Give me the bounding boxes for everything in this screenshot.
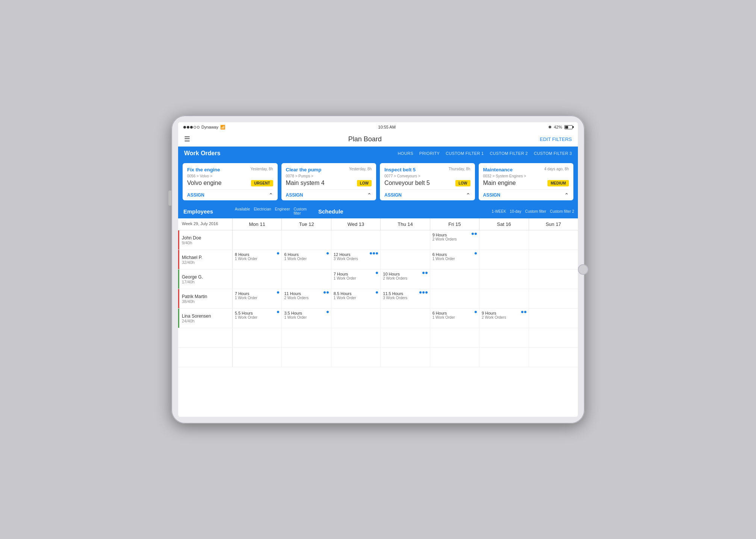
filter-custom2[interactable]: CUSTOM FILTER 2 (490, 151, 528, 156)
data-cell-4-1[interactable]: 3.5 Hours1 Work Order (282, 309, 331, 328)
time-label: 10:55 AM (378, 125, 395, 129)
bluetooth-icon: ✱ (548, 125, 552, 130)
data-cell-1-4[interactable]: 6 Hours1 Work Order (430, 250, 479, 269)
work-orders-title: Work Orders (184, 150, 221, 157)
cell-orders-1-1: 1 Work Order (284, 257, 328, 261)
data-cell-3-3[interactable]: 11.5 Hours3 Work Orders (381, 289, 430, 308)
data-cell-4-4[interactable]: 6 Hours1 Work Order (430, 309, 479, 328)
emp-name-3: Patrik Martin (182, 294, 207, 299)
data-cell-1-0[interactable]: 8 Hours1 Work Order (233, 250, 282, 269)
cell-hours-2-3: 10 Hours (383, 272, 427, 276)
emp-cell-3: Patrik Martin38/40h (178, 289, 233, 308)
assign-btn-0[interactable]: ASSIGN (187, 192, 204, 198)
filter-priority[interactable]: PRIORITY (419, 151, 440, 156)
emp-filter-available[interactable]: Available (235, 207, 250, 215)
cell-dots-3-0 (277, 291, 279, 294)
data-cell-0-5[interactable] (479, 230, 529, 250)
data-cell-1-5[interactable] (479, 250, 529, 269)
wo-title-2: Inspect belt 5 (384, 167, 416, 173)
edit-filters-button[interactable]: EDIT FILTERS (540, 136, 572, 142)
cell-hours-3-1: 11 Hours (284, 291, 328, 296)
data-cell-1-1[interactable]: 6 Hours1 Work Order (282, 250, 331, 269)
filter-custom1[interactable]: CUSTOM FILTER 1 (446, 151, 484, 156)
data-cell-4-0[interactable]: 5.5 Hours1 Work Order (233, 309, 282, 328)
filter-hours[interactable]: HOURS (398, 151, 413, 156)
cell-hours-1-4: 6 Hours (432, 252, 477, 257)
signal-dot-1 (183, 126, 186, 129)
assign-btn-3[interactable]: ASSIGN (483, 192, 500, 198)
data-cell-2-1[interactable] (282, 270, 331, 289)
data-cell-2-2[interactable]: 7 Hours1 Work Order (331, 270, 381, 289)
data-cell-3-0[interactable]: 7 Hours1 Work Order (233, 289, 282, 308)
sched-filter-custom1[interactable]: Custom filter (525, 209, 546, 213)
chevron-up-1[interactable]: ⌃ (367, 192, 372, 198)
data-cell-2-4[interactable] (430, 270, 479, 289)
work-order-cards: Fix the engine Yesterday, 8h 0056 > Volv… (178, 160, 578, 204)
day-header-2: Wed 13 (331, 218, 381, 230)
dot-3-0-0 (277, 291, 279, 294)
data-cell-1-3[interactable] (381, 250, 430, 269)
data-cell-3-4[interactable] (430, 289, 479, 308)
assign-btn-2[interactable]: ASSIGN (384, 192, 402, 198)
emp-filter-electrician[interactable]: Electrician (254, 207, 271, 215)
dot-1-2-2 (376, 252, 378, 254)
wo-time-3: 4 days ago, 8h (544, 167, 569, 171)
employee-rows: John Doe9/40h9 Hours2 Work OrdersMichael… (178, 230, 578, 328)
cell-dots-4-5 (521, 311, 526, 313)
signal-dot-3 (190, 126, 193, 129)
data-cell-2-0[interactable] (233, 270, 282, 289)
sched-filter-custom2[interactable]: Custom filter 2 (550, 209, 574, 213)
work-orders-section: Work Orders HOURS PRIORITY CUSTOM FILTER… (178, 147, 578, 204)
data-cell-2-6[interactable] (529, 270, 578, 289)
filter-custom3[interactable]: CUSTOM FILTER 3 (534, 151, 572, 156)
assign-btn-1[interactable]: ASSIGN (286, 192, 303, 198)
cell-dots-2-2 (376, 272, 378, 274)
cell-dots-4-0 (277, 311, 279, 313)
chevron-up-3[interactable]: ⌃ (564, 192, 569, 198)
wo-badge-1: Low (357, 180, 372, 186)
data-cell-0-6[interactable] (529, 230, 578, 250)
data-cell-2-5[interactable] (479, 270, 529, 289)
schedule-filters: 1-WEEK 10-day Custom filter Custom filte… (491, 209, 578, 213)
data-cell-3-2[interactable]: 8.5 Hours1 Work Order (331, 289, 381, 308)
emp-filter-engineer[interactable]: Engineer (275, 207, 290, 215)
wo-card-3: Maintenance 4 days ago, 8h 0032 > System… (479, 163, 574, 200)
signal-dots (183, 126, 200, 129)
schedule-header: Schedule (315, 208, 491, 215)
data-cell-1-2[interactable]: 12 Hours3 Work Orders (331, 250, 381, 269)
carrier-label: Dynaway (201, 125, 218, 129)
cell-dots-1-0 (277, 252, 279, 254)
chevron-up-2[interactable]: ⌃ (466, 192, 470, 198)
data-cell-0-1[interactable] (282, 230, 331, 250)
status-right: ✱ 42% (548, 125, 573, 130)
cell-hours-1-1: 6 Hours (284, 252, 328, 257)
data-cell-4-6[interactable] (529, 309, 578, 328)
data-cell-4-2[interactable] (331, 309, 381, 328)
data-cell-3-6[interactable] (529, 289, 578, 308)
data-cell-4-3[interactable] (381, 309, 430, 328)
cell-orders-1-4: 1 Work Order (432, 257, 477, 261)
sched-filter-1week[interactable]: 1-WEEK (491, 209, 506, 213)
sched-filter-10day[interactable]: 10-day (510, 209, 522, 213)
emp-hours-4: 24/40h (182, 319, 211, 323)
emp-filter-custom[interactable]: Custom filter (294, 207, 313, 215)
emp-cell-0: John Doe9/40h (178, 230, 233, 250)
data-cell-2-3[interactable]: 10 Hours2 Work Orders (381, 270, 430, 289)
chevron-up-0[interactable]: ⌃ (269, 192, 273, 198)
data-cell-0-2[interactable] (331, 230, 381, 250)
data-cell-3-5[interactable] (479, 289, 529, 308)
wo-time-2: Thursday, 8h (449, 167, 470, 171)
cell-orders-4-0: 1 Work Order (235, 315, 279, 319)
data-cell-1-6[interactable] (529, 250, 578, 269)
emp-bar-0 (178, 230, 179, 250)
data-cell-4-5[interactable]: 9 Hours2 Work Orders (479, 309, 529, 328)
data-cell-0-3[interactable] (381, 230, 430, 250)
home-button[interactable] (578, 264, 588, 275)
dot-4-1-0 (327, 311, 329, 313)
wo-sub-0: 0056 > Volvo > (187, 174, 273, 178)
data-cell-3-1[interactable]: 11 Hours2 Work Orders (282, 289, 331, 308)
cal-row-0: John Doe9/40h9 Hours2 Work Orders (178, 230, 578, 250)
menu-button[interactable]: ☰ (184, 135, 190, 143)
data-cell-0-0[interactable] (233, 230, 282, 250)
data-cell-0-4[interactable]: 9 Hours2 Work Orders (430, 230, 479, 250)
